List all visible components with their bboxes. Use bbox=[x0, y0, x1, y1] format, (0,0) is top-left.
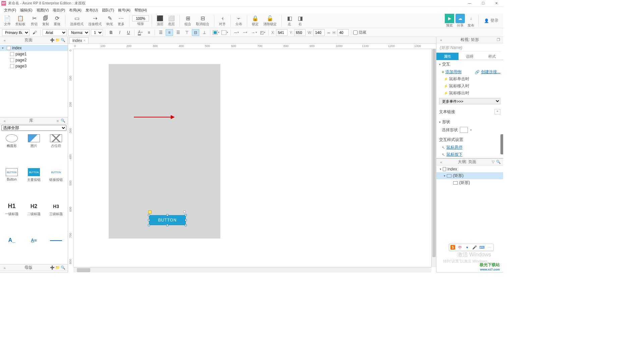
ime-punct-icon[interactable]: ▾ bbox=[465, 245, 470, 250]
new-window-icon[interactable]: ❐ bbox=[496, 38, 501, 42]
library-select[interactable]: 选择全部 bbox=[1, 125, 66, 131]
zoom-input[interactable] bbox=[132, 15, 149, 21]
menu-item[interactable]: 发布(U) bbox=[84, 7, 100, 13]
toolbar-button[interactable]: ⋯更多 bbox=[116, 14, 126, 27]
toolbar-button[interactable]: ✂剪切 bbox=[29, 14, 40, 27]
ime-keyboard-icon[interactable]: ⌨ bbox=[479, 245, 485, 250]
style-preset-select[interactable]: Primary Button bbox=[2, 29, 30, 36]
bold-button[interactable]: B bbox=[107, 29, 115, 36]
ime-lang-icon[interactable]: 中 bbox=[457, 245, 463, 250]
more-events-select[interactable]: 更多事件>>> bbox=[439, 98, 500, 104]
maximize-button[interactable]: ☐ bbox=[476, 0, 490, 7]
lock-aspect-icon[interactable]: ⫘ bbox=[327, 31, 330, 35]
library-item[interactable]: H2二级标题 bbox=[23, 201, 44, 234]
panel-collapse-icon[interactable]: « bbox=[2, 266, 7, 270]
align-left-button[interactable]: ☰ bbox=[157, 29, 164, 36]
toolbar-button[interactable]: ◨右 bbox=[295, 14, 305, 27]
library-item[interactable]: BUTTON链接按钮 bbox=[46, 167, 66, 199]
toolbar-button[interactable]: ⫟分布 bbox=[233, 14, 244, 27]
widget-name-input[interactable]: (矩形 Name) bbox=[438, 45, 501, 52]
selection-handle[interactable] bbox=[148, 224, 150, 226]
create-link-link[interactable]: 创建连接... bbox=[481, 69, 500, 75]
panel-collapse-icon[interactable]: « bbox=[438, 160, 444, 164]
ime-mic-icon[interactable]: 🎤 bbox=[472, 245, 477, 250]
menu-item[interactable]: 视图(V) bbox=[35, 7, 51, 13]
add-case-link[interactable]: 添加用例 bbox=[445, 69, 462, 75]
inspector-tab[interactable]: 属性 bbox=[436, 53, 459, 60]
bullet-button[interactable]: ≡ bbox=[145, 29, 153, 36]
h-input[interactable] bbox=[337, 29, 349, 36]
font-size-select[interactable]: 13 bbox=[91, 29, 103, 36]
share-button[interactable]: ☁ bbox=[455, 14, 465, 23]
toolbar-button[interactable]: ⇢连接模式 bbox=[86, 14, 104, 27]
library-item[interactable]: BUTTONButton bbox=[1, 167, 22, 199]
add-folder-icon[interactable]: 📁 bbox=[55, 265, 60, 270]
close-icon[interactable]: × bbox=[84, 39, 86, 42]
selection-handle[interactable] bbox=[185, 224, 187, 226]
line-style-button[interactable]: ┄▾ bbox=[241, 29, 249, 36]
toolbar-button[interactable]: ⫞对齐 bbox=[217, 14, 228, 27]
selection-handle[interactable] bbox=[185, 219, 187, 221]
event-item[interactable]: ⚡鼠标单击时 bbox=[436, 76, 503, 83]
toolbar-button[interactable]: ⬜底层 bbox=[166, 14, 177, 27]
menu-item[interactable]: 布局(A) bbox=[67, 7, 84, 13]
side-collapse-handle[interactable] bbox=[500, 134, 503, 154]
add-master-icon[interactable]: ➕ bbox=[50, 265, 55, 270]
page-item[interactable]: page3 bbox=[0, 63, 68, 69]
note-marker[interactable] bbox=[148, 210, 152, 214]
library-item[interactable]: BUTTON主要按钮 bbox=[23, 167, 44, 199]
outline-item[interactable]: ▾index bbox=[436, 166, 503, 172]
toolbar-button[interactable]: ⊟取消组合 bbox=[194, 14, 211, 27]
minimize-button[interactable]: — bbox=[463, 0, 476, 7]
align-top-button[interactable]: ⊤ bbox=[183, 29, 191, 36]
ix-style-link[interactable]: ↖鼠标悬停 bbox=[436, 144, 503, 151]
add-page-icon[interactable]: ➕ bbox=[50, 38, 55, 42]
search-icon[interactable]: 🔍 bbox=[60, 38, 66, 42]
font-family-select[interactable]: Arial bbox=[43, 29, 67, 36]
toolbar-button[interactable]: 🔓清除锁定 bbox=[261, 14, 279, 27]
toolbar-button[interactable]: ⊞组合 bbox=[182, 14, 193, 27]
paintbrush-icon[interactable]: 🖌 bbox=[31, 29, 38, 36]
library-item[interactable]: H3三级标题 bbox=[46, 201, 66, 234]
library-item[interactable]: 占位符 bbox=[46, 133, 66, 165]
library-item[interactable]: 图片 bbox=[23, 133, 44, 165]
toolbar-button[interactable]: 🗐复制 bbox=[40, 14, 51, 27]
x-input[interactable] bbox=[276, 29, 287, 36]
font-style-select[interactable]: Normal bbox=[68, 29, 90, 36]
align-middle-button[interactable]: ⊟ bbox=[192, 29, 199, 36]
inspector-tab[interactable]: 样式 bbox=[481, 53, 503, 60]
menu-item[interactable]: 账号(A) bbox=[116, 7, 132, 13]
page-item[interactable]: page1 bbox=[0, 51, 68, 57]
scrollbar-vertical[interactable] bbox=[431, 49, 436, 267]
selected-widget-button[interactable]: BUTTON bbox=[149, 215, 186, 225]
menu-item[interactable]: 帮助(H) bbox=[132, 7, 149, 13]
underline-button[interactable]: U bbox=[125, 29, 132, 36]
menu-item[interactable]: 项目(P) bbox=[51, 7, 67, 13]
align-right-button[interactable]: ☰ bbox=[174, 29, 182, 36]
menu-item[interactable]: 文件(F) bbox=[2, 7, 18, 13]
outline-item[interactable]: ▾(矩形) bbox=[436, 172, 503, 179]
font-color-button[interactable]: A▾ bbox=[137, 29, 144, 36]
selection-handle[interactable] bbox=[166, 224, 168, 226]
selection-handle[interactable] bbox=[185, 214, 187, 216]
search-icon[interactable]: 🔍 bbox=[60, 118, 66, 123]
library-item[interactable]: 椭圆形 bbox=[1, 133, 22, 165]
add-folder-icon[interactable]: 📁 bbox=[55, 38, 60, 42]
page-item[interactable]: page2 bbox=[0, 57, 68, 63]
ix-style-link[interactable]: ↖鼠标按下 bbox=[436, 151, 503, 158]
inspector-tab[interactable]: 说明 bbox=[459, 53, 481, 60]
align-center-button[interactable]: ≡ bbox=[166, 29, 173, 36]
panel-collapse-icon[interactable]: « bbox=[2, 38, 7, 42]
publish-button[interactable]: ↓ bbox=[466, 14, 476, 23]
toolbar-button[interactable]: 📋剪贴板 bbox=[13, 14, 28, 27]
shape-select-combo[interactable] bbox=[460, 127, 468, 133]
rotation-handle[interactable] bbox=[183, 210, 186, 213]
ime-more-icon[interactable]: ⋯ bbox=[487, 245, 492, 250]
toolbar-button[interactable]: 📄文件 bbox=[2, 14, 13, 27]
ime-toolbar[interactable]: S 中 ▾ 🎤 ⌨ ⋯ bbox=[449, 244, 494, 251]
line-color-button[interactable]: ▾ bbox=[221, 29, 228, 36]
line-width-button[interactable]: ─▾ bbox=[233, 29, 240, 36]
selection-handle[interactable] bbox=[148, 214, 150, 216]
lib-menu-icon[interactable]: ≡ bbox=[55, 119, 60, 123]
search-icon[interactable]: 🔍 bbox=[496, 160, 501, 164]
